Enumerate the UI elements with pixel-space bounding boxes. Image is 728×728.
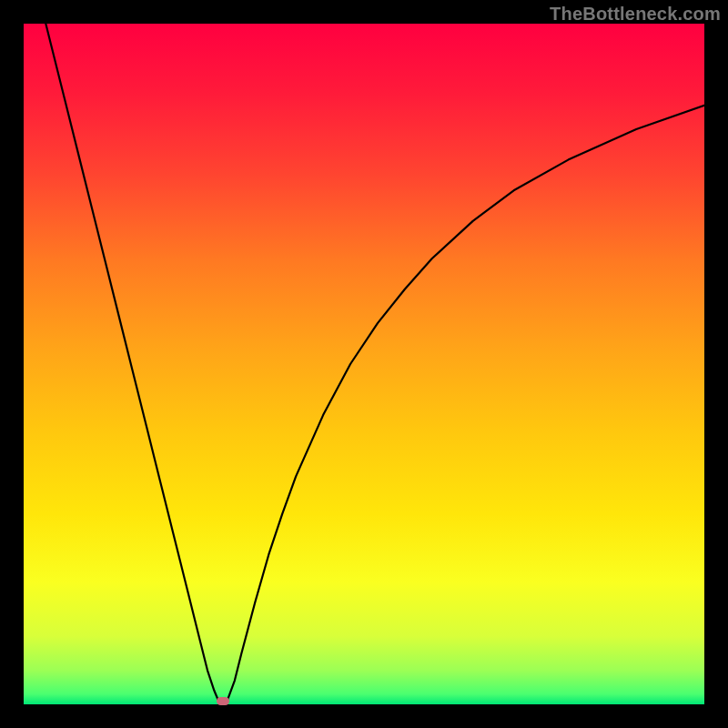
bottleneck-curve xyxy=(24,24,704,704)
chart-frame xyxy=(24,24,704,704)
watermark-text: TheBottleneck.com xyxy=(550,4,721,25)
min-marker xyxy=(217,697,229,705)
chart-curve xyxy=(24,24,704,704)
